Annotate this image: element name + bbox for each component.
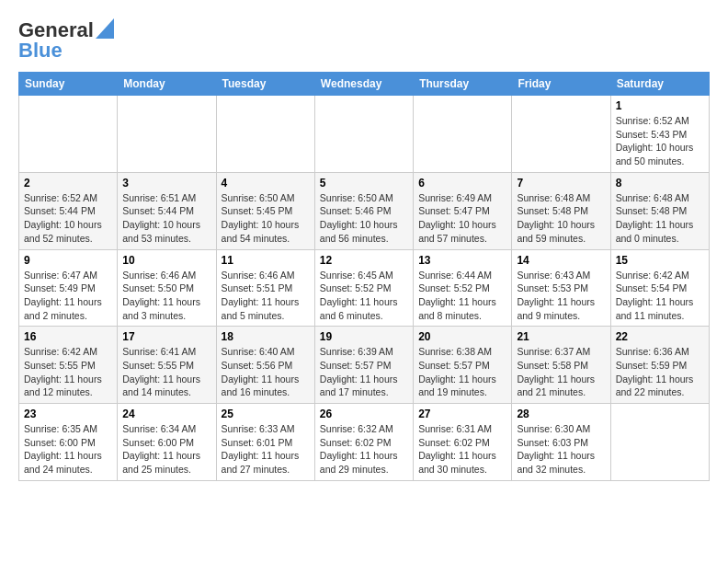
- calendar-cell: [216, 96, 314, 173]
- calendar-cell: 15Sunrise: 6:42 AM Sunset: 5:54 PM Dayli…: [610, 249, 709, 327]
- day-number: 24: [122, 408, 210, 420]
- calendar-cell: [512, 96, 610, 173]
- day-info: Sunrise: 6:48 AM Sunset: 5:48 PM Dayligh…: [616, 191, 704, 246]
- day-info: Sunrise: 6:52 AM Sunset: 5:44 PM Dayligh…: [24, 191, 112, 246]
- calendar-cell: 23Sunrise: 6:35 AM Sunset: 6:00 PM Dayli…: [19, 404, 118, 481]
- calendar-cell: 14Sunrise: 6:43 AM Sunset: 5:53 PM Dayli…: [512, 249, 610, 327]
- calendar-cell: 16Sunrise: 6:42 AM Sunset: 5:55 PM Dayli…: [19, 327, 118, 404]
- day-number: 12: [320, 254, 408, 267]
- calendar-cell: 5Sunrise: 6:50 AM Sunset: 5:46 PM Daylig…: [314, 172, 413, 249]
- calendar-header-row: SundayMondayTuesdayWednesdayThursdayFrid…: [19, 73, 710, 96]
- day-number: 7: [517, 177, 605, 190]
- calendar-cell: 22Sunrise: 6:36 AM Sunset: 5:59 PM Dayli…: [610, 327, 709, 404]
- day-number: 10: [122, 254, 210, 267]
- day-info: Sunrise: 6:50 AM Sunset: 5:46 PM Dayligh…: [320, 191, 408, 246]
- calendar-cell: [414, 96, 512, 173]
- day-of-week-header: Tuesday: [216, 73, 314, 96]
- calendar-cell: 10Sunrise: 6:46 AM Sunset: 5:50 PM Dayli…: [118, 249, 216, 327]
- day-info: Sunrise: 6:49 AM Sunset: 5:47 PM Dayligh…: [418, 191, 506, 246]
- day-info: Sunrise: 6:42 AM Sunset: 5:54 PM Dayligh…: [616, 269, 704, 323]
- logo-icon: [96, 18, 114, 39]
- calendar-cell: 9Sunrise: 6:47 AM Sunset: 5:49 PM Daylig…: [19, 249, 118, 327]
- day-number: 2: [24, 177, 112, 190]
- calendar-cell: [19, 96, 118, 173]
- calendar-cell: 21Sunrise: 6:37 AM Sunset: 5:58 PM Dayli…: [512, 327, 610, 404]
- day-of-week-header: Sunday: [19, 73, 118, 96]
- calendar-cell: 12Sunrise: 6:45 AM Sunset: 5:52 PM Dayli…: [314, 249, 413, 327]
- day-of-week-header: Friday: [512, 73, 610, 96]
- calendar-cell: 19Sunrise: 6:39 AM Sunset: 5:57 PM Dayli…: [314, 327, 413, 404]
- day-info: Sunrise: 6:34 AM Sunset: 6:00 PM Dayligh…: [122, 422, 210, 477]
- calendar-cell: 13Sunrise: 6:44 AM Sunset: 5:52 PM Dayli…: [414, 249, 512, 327]
- day-number: 17: [122, 330, 210, 343]
- day-number: 9: [24, 254, 112, 267]
- day-number: 4: [222, 177, 310, 190]
- calendar-week-row: 23Sunrise: 6:35 AM Sunset: 6:00 PM Dayli…: [19, 404, 710, 481]
- day-info: Sunrise: 6:48 AM Sunset: 5:48 PM Dayligh…: [517, 191, 605, 246]
- calendar-cell: [314, 96, 413, 173]
- day-number: 26: [320, 408, 408, 420]
- day-info: Sunrise: 6:33 AM Sunset: 6:01 PM Dayligh…: [222, 422, 310, 477]
- day-info: Sunrise: 6:51 AM Sunset: 5:44 PM Dayligh…: [122, 191, 210, 246]
- calendar-cell: 1Sunrise: 6:52 AM Sunset: 5:43 PM Daylig…: [610, 96, 709, 173]
- calendar-week-row: 2Sunrise: 6:52 AM Sunset: 5:44 PM Daylig…: [19, 172, 710, 249]
- day-info: Sunrise: 6:52 AM Sunset: 5:43 PM Dayligh…: [616, 114, 704, 168]
- calendar-cell: 24Sunrise: 6:34 AM Sunset: 6:00 PM Dayli…: [118, 404, 216, 481]
- calendar-cell: 26Sunrise: 6:32 AM Sunset: 6:02 PM Dayli…: [314, 404, 413, 481]
- svg-marker-0: [96, 18, 114, 39]
- day-info: Sunrise: 6:44 AM Sunset: 5:52 PM Dayligh…: [418, 269, 506, 323]
- day-info: Sunrise: 6:37 AM Sunset: 5:58 PM Dayligh…: [517, 345, 605, 399]
- day-number: 5: [320, 177, 408, 190]
- day-info: Sunrise: 6:42 AM Sunset: 5:55 PM Dayligh…: [24, 345, 112, 399]
- calendar-cell: [118, 96, 216, 173]
- day-number: 14: [517, 254, 605, 267]
- day-info: Sunrise: 6:46 AM Sunset: 5:51 PM Dayligh…: [222, 269, 310, 323]
- calendar-cell: 6Sunrise: 6:49 AM Sunset: 5:47 PM Daylig…: [414, 172, 512, 249]
- day-info: Sunrise: 6:45 AM Sunset: 5:52 PM Dayligh…: [320, 269, 408, 323]
- page-header: General Blue: [18, 18, 710, 63]
- day-number: 8: [616, 177, 704, 190]
- calendar-cell: 27Sunrise: 6:31 AM Sunset: 6:02 PM Dayli…: [414, 404, 512, 481]
- calendar-cell: 11Sunrise: 6:46 AM Sunset: 5:51 PM Dayli…: [216, 249, 314, 327]
- day-number: 3: [122, 177, 210, 190]
- day-number: 18: [222, 330, 310, 343]
- logo: General Blue: [18, 18, 114, 63]
- calendar-cell: 8Sunrise: 6:48 AM Sunset: 5:48 PM Daylig…: [610, 172, 709, 249]
- day-number: 27: [418, 408, 506, 420]
- day-info: Sunrise: 6:41 AM Sunset: 5:55 PM Dayligh…: [122, 345, 210, 399]
- day-number: 1: [616, 99, 704, 112]
- logo-blue: Blue: [18, 39, 63, 63]
- day-number: 11: [222, 254, 310, 267]
- calendar-cell: 3Sunrise: 6:51 AM Sunset: 5:44 PM Daylig…: [118, 172, 216, 249]
- day-info: Sunrise: 6:46 AM Sunset: 5:50 PM Dayligh…: [122, 269, 210, 323]
- day-info: Sunrise: 6:43 AM Sunset: 5:53 PM Dayligh…: [517, 269, 605, 323]
- day-info: Sunrise: 6:47 AM Sunset: 5:49 PM Dayligh…: [24, 269, 112, 323]
- day-number: 22: [616, 330, 704, 343]
- calendar-cell: 7Sunrise: 6:48 AM Sunset: 5:48 PM Daylig…: [512, 172, 610, 249]
- day-number: 28: [517, 408, 605, 420]
- day-of-week-header: Monday: [118, 73, 216, 96]
- day-number: 19: [320, 330, 408, 343]
- day-of-week-header: Wednesday: [314, 73, 413, 96]
- day-number: 25: [222, 408, 310, 420]
- calendar-cell: [610, 404, 709, 481]
- calendar-cell: 4Sunrise: 6:50 AM Sunset: 5:45 PM Daylig…: [216, 172, 314, 249]
- calendar-cell: 28Sunrise: 6:30 AM Sunset: 6:03 PM Dayli…: [512, 404, 610, 481]
- day-info: Sunrise: 6:32 AM Sunset: 6:02 PM Dayligh…: [320, 422, 408, 477]
- day-info: Sunrise: 6:40 AM Sunset: 5:56 PM Dayligh…: [222, 345, 310, 399]
- day-number: 23: [24, 408, 112, 420]
- day-info: Sunrise: 6:35 AM Sunset: 6:00 PM Dayligh…: [24, 422, 112, 477]
- day-number: 21: [517, 330, 605, 343]
- day-number: 15: [616, 254, 704, 267]
- calendar-week-row: 9Sunrise: 6:47 AM Sunset: 5:49 PM Daylig…: [19, 249, 710, 327]
- day-info: Sunrise: 6:36 AM Sunset: 5:59 PM Dayligh…: [616, 345, 704, 399]
- calendar-table: SundayMondayTuesdayWednesdayThursdayFrid…: [18, 72, 710, 481]
- day-number: 16: [24, 330, 112, 343]
- calendar-cell: 2Sunrise: 6:52 AM Sunset: 5:44 PM Daylig…: [19, 172, 118, 249]
- calendar-cell: 17Sunrise: 6:41 AM Sunset: 5:55 PM Dayli…: [118, 327, 216, 404]
- day-of-week-header: Saturday: [610, 73, 709, 96]
- calendar-cell: 18Sunrise: 6:40 AM Sunset: 5:56 PM Dayli…: [216, 327, 314, 404]
- day-info: Sunrise: 6:38 AM Sunset: 5:57 PM Dayligh…: [418, 345, 506, 399]
- calendar-week-row: 16Sunrise: 6:42 AM Sunset: 5:55 PM Dayli…: [19, 327, 710, 404]
- day-of-week-header: Thursday: [414, 73, 512, 96]
